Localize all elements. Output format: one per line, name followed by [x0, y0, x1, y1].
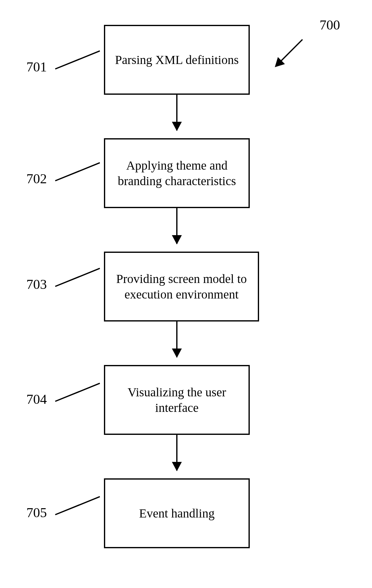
flow-step-text: Event handling: [139, 506, 214, 521]
leader-line-icon: [55, 383, 100, 402]
flow-step-box: Applying theme and branding characterist…: [104, 138, 250, 208]
down-arrow-icon: [176, 208, 177, 244]
step-ref-label: 703: [26, 276, 47, 292]
flow-step-text: Visualizing the user interface: [111, 385, 242, 416]
flow-step-box: Providing screen model to execution envi…: [104, 252, 259, 321]
flow-step-text: Applying theme and branding characterist…: [111, 158, 242, 189]
flow-step-text: Parsing XML definitions: [115, 52, 239, 68]
leader-line-icon: [55, 50, 100, 70]
leader-line-icon: [55, 496, 100, 515]
flow-step-box: Event handling: [104, 478, 250, 548]
leader-line-icon: [55, 162, 100, 181]
flow-step-box: Parsing XML definitions: [104, 25, 250, 95]
down-arrow-icon: [176, 95, 177, 130]
step-ref-label: 702: [26, 171, 47, 187]
down-arrow-icon: [176, 321, 177, 357]
leader-line-icon: [55, 268, 100, 287]
step-ref-label: 701: [26, 59, 47, 75]
diagram-ref-label: 700: [320, 17, 340, 33]
flow-step-text: Providing screen model to execution envi…: [111, 271, 252, 302]
step-ref-label: 705: [26, 505, 47, 521]
flowchart-canvas: 700 701 Parsing XML definitions 702 Appl…: [0, 0, 372, 588]
down-arrow-icon: [176, 435, 177, 471]
title-arrow-icon: [276, 39, 303, 66]
step-ref-label: 704: [26, 391, 47, 407]
flow-step-box: Visualizing the user interface: [104, 365, 250, 435]
